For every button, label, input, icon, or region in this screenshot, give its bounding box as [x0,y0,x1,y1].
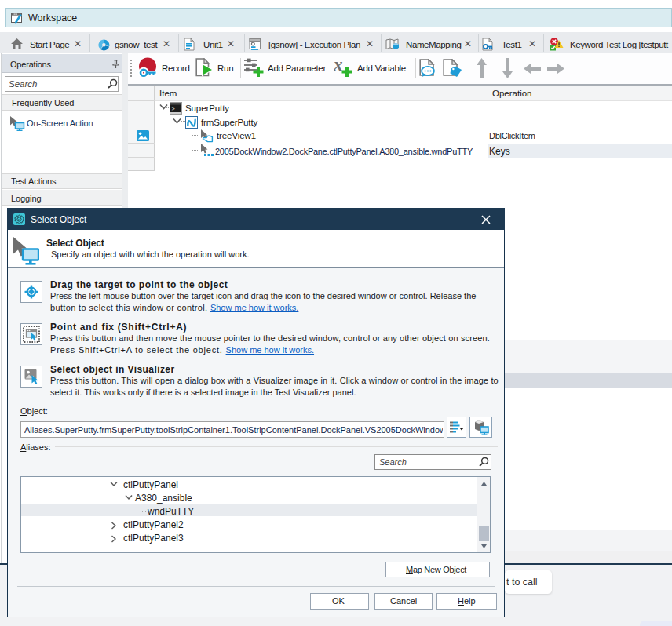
svg-text:x: x [334,58,343,75]
svg-text:>_: >_ [172,106,179,112]
